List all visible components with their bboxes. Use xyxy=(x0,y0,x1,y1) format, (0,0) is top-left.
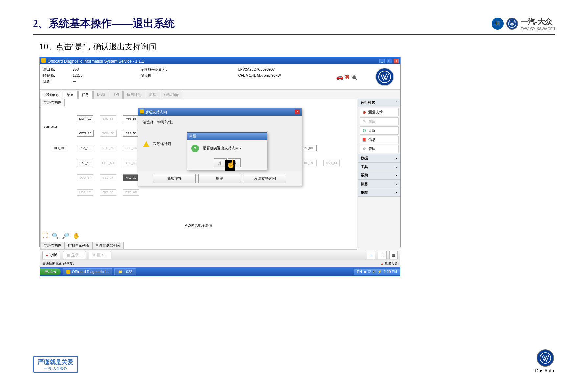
node-not75[interactable]: NOT_75 xyxy=(100,145,116,151)
data-header[interactable]: 数据⌄ xyxy=(358,154,400,163)
side-panel: 运行模式⌃ ◕测量技术 ✎刷新 ☊诊断 📕信息 ⚙管理 数据⌄ 工具⌄ 帮助⌄ … xyxy=(358,99,400,250)
status-forward-button[interactable]: » xyxy=(367,251,375,259)
tab-tpi[interactable]: TPI xyxy=(110,91,123,99)
zoom-tool-icon[interactable]: 🔎 xyxy=(62,232,69,239)
sp-info[interactable]: 📕信息 xyxy=(360,136,399,144)
confirm-message: 是否确实退出支持询问？ xyxy=(203,146,242,150)
node-thl62[interactable]: THL_62 xyxy=(123,160,139,166)
dealer-value: 12200 xyxy=(73,73,83,77)
hand-tool-icon[interactable]: ✋ xyxy=(73,232,80,239)
main-tabs: 控制单元 结果 任务 DISS TPI 检测计划 流程 特殊功能 xyxy=(40,90,400,99)
taskbar-app[interactable]: Offboard Diagnostic I... xyxy=(63,268,112,275)
node-did19[interactable]: DID_19 xyxy=(51,145,67,151)
start-button[interactable]: ⊞ start xyxy=(40,268,61,275)
tab-control-unit[interactable]: 控制单元 xyxy=(41,91,62,99)
cancel-button[interactable]: 取消 xyxy=(198,174,241,183)
status-chart-button[interactable]: ▥ xyxy=(389,251,398,259)
system-tray[interactable]: EN ◆ 🛡 🔊 ⚡ 2:20 PM xyxy=(354,269,400,275)
sp-refresh[interactable]: ✎刷新 xyxy=(360,117,399,125)
node-rad14[interactable]: RAD_14 xyxy=(323,160,340,166)
window-controls[interactable]: _ □ × xyxy=(379,58,399,63)
fault-feedback: 故障反馈 xyxy=(385,262,398,265)
node-air15[interactable]: AIR_15 xyxy=(123,115,139,122)
window-titlebar: Offboard Diagnostic Information System S… xyxy=(40,57,400,64)
tab-testplan[interactable]: 检测计划 xyxy=(123,91,145,99)
yes-button[interactable]: 是 xyxy=(214,158,227,167)
node-nav37[interactable]: NAV_37 xyxy=(123,174,139,181)
node-sou47[interactable]: SOU_47 xyxy=(77,174,93,181)
view-tab-network[interactable]: 网络布局图 xyxy=(41,242,65,249)
das-auto: Das Auto. xyxy=(535,368,555,373)
node-mot01[interactable]: MOT_01 xyxy=(77,115,93,122)
help-header[interactable]: 帮助⌄ xyxy=(358,171,400,180)
node-tel77[interactable]: TEL_77 xyxy=(100,174,116,181)
node-zks16[interactable]: ZKS_16 xyxy=(77,160,93,166)
node-swa3c[interactable]: SWA_3C xyxy=(100,130,117,137)
node-pla10[interactable]: PLA_10 xyxy=(77,145,93,151)
zoom-fit-icon[interactable]: ⛶ xyxy=(42,232,48,239)
status-expand-button[interactable]: ⛶ xyxy=(378,251,387,259)
tab-flow[interactable]: 流程 xyxy=(146,91,160,99)
connector-label: connector xyxy=(44,125,57,128)
car-icon: 🚗 xyxy=(336,73,343,80)
node-eeea6[interactable]: EEE_A6 xyxy=(123,145,139,151)
sort-icon: ⇅ xyxy=(92,253,95,257)
outer-dialog-prompt: 请选择一种可能性。 xyxy=(143,120,297,124)
cursor-hand-icon xyxy=(225,160,235,171)
zoom-in-icon[interactable]: 🔍 xyxy=(52,232,59,239)
message-line: 高级诊断线索 已恢复. ▲ 故障反馈 xyxy=(40,260,400,267)
sp-diagnose[interactable]: ☊诊断 xyxy=(360,126,399,135)
outer-dialog-close[interactable]: × xyxy=(295,109,300,114)
node-weg25[interactable]: WEG_25 xyxy=(77,130,94,137)
importer-value: 758 xyxy=(73,67,79,71)
node-rio56[interactable]: RIO_56 xyxy=(100,189,116,196)
status-display-button[interactable]: ▦显示 ... xyxy=(63,251,86,259)
view-tab-ecu-list[interactable]: 控制单元列表 xyxy=(65,242,92,249)
canvas-title: 网络布局图 xyxy=(41,99,65,106)
app-taskbar-icon xyxy=(66,270,70,274)
node-rtd0f[interactable]: RTD_0F xyxy=(123,189,139,196)
add-comment-button[interactable]: 添加注释 xyxy=(153,174,196,183)
node-hde6d[interactable]: HDE_6D xyxy=(100,160,116,166)
send-support-button[interactable]: 发送支持询问 xyxy=(244,174,286,183)
chevron-down-icon: ⌄ xyxy=(395,164,398,169)
question-icon: ? xyxy=(191,145,199,152)
brand-block: 卌 一汽-大众 FAW-VOLKSWAGEN xyxy=(492,17,555,31)
tray-lang[interactable]: EN xyxy=(357,270,362,274)
node-zf09[interactable]: ZF_09 xyxy=(300,145,317,151)
info-bar: 进口商:758 经销商:12200 任务:— 车辆身份识别号: 发动机: LFV… xyxy=(40,64,400,90)
maximize-button[interactable]: □ xyxy=(387,59,392,63)
task-value: — xyxy=(73,79,76,83)
dot-icon: ● xyxy=(46,253,48,257)
mode-header[interactable]: 运行模式⌃ xyxy=(358,99,400,107)
sp-manage[interactable]: ⚙管理 xyxy=(360,145,399,153)
node-bfs53[interactable]: BFS_53 xyxy=(123,130,139,137)
confirm-dialog: 问题 ? 是否确实退出支持询问？ 是 否 xyxy=(187,132,267,170)
sp-measure[interactable]: ◕测量技术 xyxy=(360,108,399,116)
expand-icon: ⛶ xyxy=(381,253,384,257)
tab-diss[interactable]: DISS xyxy=(93,91,109,99)
chevron-up-icon: ⌃ xyxy=(395,100,398,105)
taskbar-folder[interactable]: 📁1022 xyxy=(114,268,136,275)
node-dis13[interactable]: DIS_13 xyxy=(100,115,116,122)
node-hf69[interactable]: HF_69 xyxy=(300,160,317,166)
view-tab-events[interactable]: 事件存储器列表 xyxy=(92,242,124,249)
close-button[interactable]: × xyxy=(394,59,399,63)
tab-tasks[interactable]: 任务 xyxy=(78,91,93,99)
inner-dialog-title: 问题 xyxy=(189,134,196,139)
brand-cn: 一汽-大众 xyxy=(521,17,552,26)
minimize-button[interactable]: _ xyxy=(379,59,385,63)
tab-special[interactable]: 特殊功能 xyxy=(161,91,182,99)
status-bar: ●诊断 ▦显示 ... ⇅排序 ... » ⛶ ▥ xyxy=(40,250,400,260)
status-sort-button[interactable]: ⇅排序 ... xyxy=(89,251,111,259)
node-m3p2e[interactable]: M3P_2E xyxy=(77,189,93,196)
tab-results[interactable]: 结果 xyxy=(63,91,78,99)
trace-header[interactable]: 跟踪⌄ xyxy=(358,188,400,197)
cable-icon: 🔌 xyxy=(351,74,357,80)
status-diagnose-button[interactable]: ●诊断 xyxy=(42,251,60,259)
info2-header[interactable]: 信息⌄ xyxy=(358,180,400,188)
app-icon xyxy=(41,58,46,63)
tools-header[interactable]: 工具⌄ xyxy=(358,163,400,171)
importer-label: 进口商: xyxy=(43,66,73,72)
brush-icon: ✎ xyxy=(362,119,367,124)
